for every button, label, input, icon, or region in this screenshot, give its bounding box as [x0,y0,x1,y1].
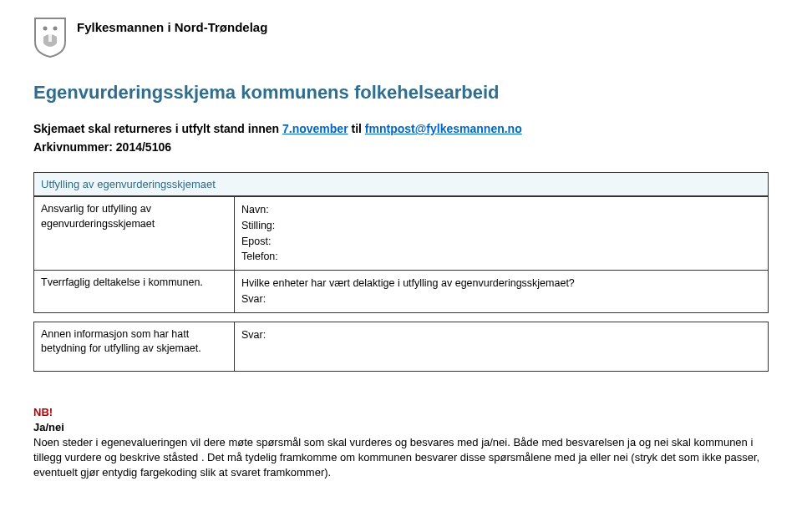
intro-line: Skjemaet skal returneres i utfylt stand … [33,122,769,135]
nb-note: NB! Ja/nei Noen steder i egenevalueringe… [33,405,769,481]
form-table-extra: Annen informasjon som har hatt betydning… [33,322,769,372]
field-label: Stilling: [241,218,761,234]
row-content: Navn: Stilling: Epost: Telefon: [235,197,768,270]
svg-point-0 [43,27,48,31]
question-text: Hvilke enheter har vært delaktige i utfy… [241,276,761,291]
intro-mid: til [348,122,365,135]
archive-number: Arkivnummer: 2014/5106 [33,140,769,154]
row-content: Svar: [235,322,768,371]
form-table: Utfylling av egenvurderingsskjemaet Ansv… [33,172,769,313]
answer-label: Svar: [241,327,761,343]
crest-icon [33,17,67,58]
email-link[interactable]: fmntpost@fylkesmannen.no [365,122,522,135]
row-label: Annen informasjon som har hatt betydning… [34,322,235,371]
svg-point-1 [53,27,58,31]
table-row: Ansvarlig for utfylling av egenvurdering… [34,196,768,270]
nb-janei: Ja/nei [33,421,64,433]
field-label: Telefon: [241,249,761,265]
answer-label: Svar: [241,291,761,307]
org-name: Fylkesmannen i Nord-Trøndelag [77,17,267,34]
table-row: Tverrfaglig deltakelse i kommunen. Hvilk… [34,270,768,312]
table-row: Annen informasjon som har hatt betydning… [34,322,768,371]
row-label: Tverrfaglig deltakelse i kommunen. [34,271,235,312]
intro-prefix: Skjemaet skal returneres i utfylt stand … [33,122,282,135]
nb-label: NB! [33,406,53,418]
row-content: Hvilke enheter har vært delaktige i utfy… [235,271,768,312]
svg-rect-2 [48,33,52,42]
field-label: Navn: [241,202,761,218]
field-label: Epost: [241,234,761,250]
row-label: Ansvarlig for utfylling av egenvurdering… [34,197,235,270]
nb-text: Noen steder i egenevalueringen vil dere … [33,436,759,479]
deadline-date-link[interactable]: 7.november [282,122,348,135]
section-header: Utfylling av egenvurderingsskjemaet [34,173,768,196]
page-title: Egenvurderingsskjema kommunens folkehels… [33,82,769,104]
